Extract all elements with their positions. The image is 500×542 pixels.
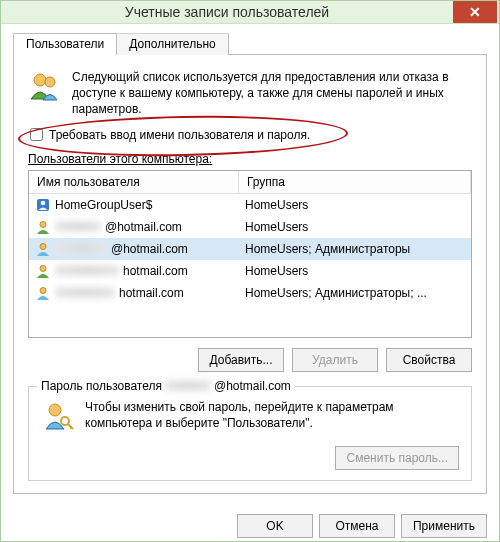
user-properties-button[interactable]: Свойства — [386, 348, 472, 372]
blurred-name — [55, 287, 115, 298]
dialog-body: Пользователи Дополнительно Следующий спи… — [1, 24, 499, 504]
user-icon — [35, 219, 51, 235]
blurred-name — [165, 380, 211, 391]
apply-button[interactable]: Применить — [401, 514, 487, 538]
blurred-name — [55, 265, 119, 276]
user-group: HomeUsers — [239, 216, 471, 238]
column-name[interactable]: Имя пользователя — [29, 171, 239, 194]
svg-point-6 — [40, 265, 46, 271]
table-row[interactable]: @hotmail.com HomeUsers — [29, 216, 471, 238]
user-accounts-window: Учетные записи пользователей ✕ Пользоват… — [0, 0, 500, 542]
user-name: @hotmail.com — [111, 242, 188, 256]
user-icon — [35, 285, 51, 301]
table-row[interactable]: HomeGroupUser$ HomeUsers — [29, 194, 471, 216]
blurred-name — [55, 243, 107, 254]
users-icon — [28, 69, 62, 118]
table-row[interactable]: hotmail.com HomeUsers — [29, 260, 471, 282]
change-password-button: Сменить пароль... — [335, 446, 459, 470]
close-icon: ✕ — [469, 5, 481, 19]
tab-advanced[interactable]: Дополнительно — [116, 33, 228, 55]
user-name: hotmail.com — [123, 264, 188, 278]
password-groupbox: Пароль пользователя @hotmail.com Чтобы и… — [28, 386, 472, 481]
require-credentials-label[interactable]: Требовать ввод имени пользователя и паро… — [49, 128, 310, 142]
user-icon — [35, 263, 51, 279]
svg-point-7 — [40, 287, 46, 293]
ok-button[interactable]: OK — [237, 514, 313, 538]
intro-row: Следующий список используется для предос… — [28, 69, 472, 118]
user-icon — [35, 197, 51, 213]
key-user-icon — [41, 399, 75, 436]
user-icon — [35, 241, 51, 257]
svg-point-4 — [40, 221, 46, 227]
cancel-button[interactable]: Отмена — [319, 514, 395, 538]
tab-panel-users: Следующий список используется для предос… — [13, 54, 487, 494]
close-button[interactable]: ✕ — [453, 1, 497, 23]
svg-point-1 — [45, 77, 55, 87]
svg-point-8 — [49, 404, 61, 416]
svg-point-3 — [41, 200, 46, 205]
user-name: hotmail.com — [119, 286, 184, 300]
dialog-button-row: OK Отмена Применить — [1, 504, 499, 542]
user-group: HomeUsers; Администраторы; ... — [239, 282, 471, 304]
user-group: HomeUsers; Администраторы — [239, 238, 471, 260]
list-actions: Добавить... Удалить Свойства — [28, 348, 472, 372]
svg-point-5 — [40, 243, 46, 249]
users-list-header: Имя пользователя Группа — [29, 171, 471, 194]
password-help-text: Чтобы изменить свой пароль, перейдите к … — [85, 399, 459, 431]
tab-users[interactable]: Пользователи — [13, 33, 117, 55]
require-credentials-checkbox[interactable] — [30, 128, 43, 141]
add-user-button[interactable]: Добавить... — [198, 348, 284, 372]
require-credentials-row: Требовать ввод имени пользователя и паро… — [30, 128, 472, 142]
users-list[interactable]: Имя пользователя Группа HomeGroupUser$ H… — [28, 170, 472, 338]
svg-point-9 — [61, 417, 69, 425]
column-group[interactable]: Группа — [239, 171, 471, 194]
blurred-name — [55, 221, 101, 232]
password-groupbox-legend: Пароль пользователя @hotmail.com — [37, 379, 295, 393]
user-name: @hotmail.com — [105, 220, 182, 234]
titlebar: Учетные записи пользователей ✕ — [1, 1, 499, 24]
svg-point-0 — [34, 74, 46, 86]
user-group: HomeUsers — [239, 194, 471, 216]
remove-user-button: Удалить — [292, 348, 378, 372]
user-name: HomeGroupUser$ — [55, 198, 152, 212]
users-list-label: Пользователи этого компьютера: — [28, 152, 472, 166]
table-row[interactable]: hotmail.com HomeUsers; Администраторы; .… — [29, 282, 471, 304]
user-group: HomeUsers — [239, 260, 471, 282]
table-row[interactable]: @hotmail.com HomeUsers; Администраторы — [29, 238, 471, 260]
intro-text: Следующий список используется для предос… — [72, 69, 472, 118]
window-title: Учетные записи пользователей — [1, 4, 453, 20]
tab-strip: Пользователи Дополнительно — [13, 32, 487, 54]
